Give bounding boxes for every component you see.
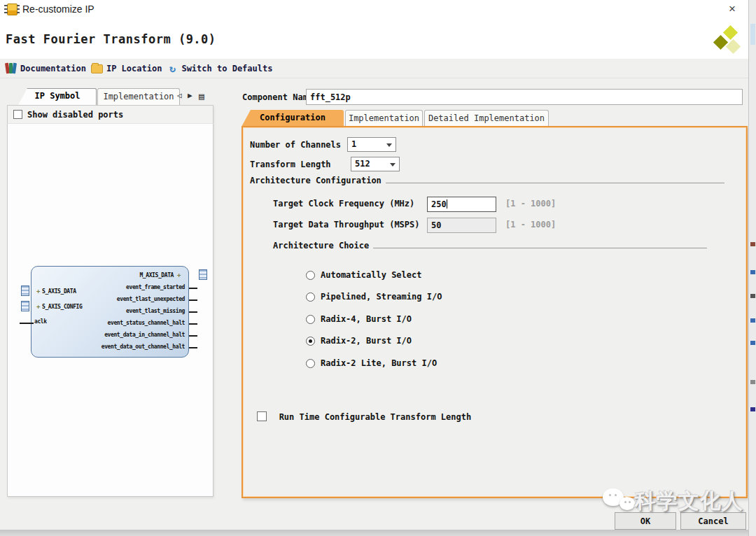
axis-pin-icon [199, 269, 207, 280]
target-data-throughput-input[interactable]: 50 [427, 218, 496, 233]
next-tab-icon[interactable]: ▶ [188, 91, 192, 100]
axis-pin-icon [21, 285, 29, 296]
switch-to-defaults-button[interactable]: ↻ Switch to Defaults [167, 63, 272, 74]
port-stub [189, 335, 197, 337]
port-stub [189, 311, 197, 313]
architecture-choice-header: Architecture Choice [273, 241, 369, 251]
port-m-axis-data[interactable]: M_AXIS_DATA+ [139, 271, 181, 278]
documentation-button[interactable]: Documentation [6, 63, 86, 73]
tab-implementation-left[interactable]: Implementation [97, 88, 180, 105]
port-s-axis-config[interactable]: +S_AXIS_CONFIG [36, 303, 82, 310]
port-stub [189, 323, 197, 325]
port-s-axis-data[interactable]: +S_AXIS_DATA [36, 288, 76, 295]
xilinx-logo-icon [710, 25, 743, 59]
port-event-data-in-channel-halt[interactable]: event_data_in_channel_halt [104, 332, 185, 338]
show-disabled-ports-checkbox[interactable] [13, 110, 22, 119]
titlebar: Re-customize IP × [0, 0, 756, 18]
runtime-configurable-checkbox[interactable] [257, 411, 267, 421]
text-caret [447, 199, 447, 209]
port-event-status-channel-halt[interactable]: event_status_channel_halt [108, 320, 185, 326]
architecture-configuration-header: Architecture Configuration [250, 176, 382, 185]
radio-icon[interactable] [306, 315, 315, 324]
transform-length-label: Transform Length [250, 160, 331, 169]
radio-icon[interactable] [306, 359, 315, 368]
chevron-down-icon [386, 143, 392, 147]
section-rule [386, 183, 724, 183]
chevron-down-icon [390, 163, 396, 167]
port-stub [189, 347, 197, 348]
radio-selected-icon[interactable] [306, 337, 315, 346]
left-tab-strip: IP Symbol Implementation [7, 88, 214, 105]
transform-length-select[interactable]: 512 [351, 157, 400, 171]
tab-detailed-implementation[interactable]: Detailed Implementation [424, 110, 549, 127]
port-aclk[interactable]: aclk [34, 318, 47, 325]
folder-icon [91, 64, 103, 73]
port-stub [189, 299, 197, 301]
target-clock-frequency-input[interactable]: 250 [427, 197, 496, 212]
tab-ip-symbol[interactable]: IP Symbol [18, 88, 97, 105]
ip-location-button[interactable]: IP Location [91, 63, 162, 73]
axis-pin-icon [21, 301, 29, 311]
cancel-button[interactable]: Cancel [680, 512, 746, 530]
expand-icon[interactable]: + [36, 288, 42, 295]
close-icon[interactable]: × [724, 1, 741, 17]
expand-icon[interactable]: + [175, 271, 181, 278]
window-bottom-edge [0, 530, 756, 536]
target-clock-frequency-label: Target Clock Frequency (MHz) [273, 199, 414, 209]
tab-implementation[interactable]: Implementation [345, 110, 423, 127]
port-event-data-out-channel-halt[interactable]: event_data_out_channel_halt [102, 344, 185, 350]
port-event-frame-started[interactable]: event_frame_started [126, 284, 185, 290]
number-of-channels-select[interactable]: 1 [347, 137, 396, 152]
target-data-throughput-label: Target Data Throughput (MSPS) [273, 220, 420, 230]
runtime-configurable-row[interactable]: Run Time Configurable Transform Length [257, 409, 471, 423]
radio-icon[interactable] [306, 271, 315, 280]
refresh-icon: ↻ [167, 63, 178, 74]
ip-chip-icon [7, 3, 18, 15]
port-stub [189, 288, 197, 289]
prev-tab-icon[interactable]: ◁ [177, 91, 182, 100]
number-of-channels-label: Number of Channels [250, 140, 341, 150]
toolbar: Documentation IP Location ↻ Switch to De… [0, 59, 748, 78]
component-name-label: Component Name [242, 92, 313, 102]
section-rule [373, 248, 707, 248]
expand-icon[interactable]: + [36, 303, 42, 310]
target-data-throughput-range: [1 - 1000] [505, 220, 556, 230]
ok-button[interactable]: OK [615, 512, 676, 530]
port-stub [20, 323, 34, 324]
background-window-sliver [748, 0, 756, 536]
header: Fast Fourier Transform (9.0) [0, 18, 756, 59]
radio-icon[interactable] [306, 292, 315, 302]
tab-list-icon[interactable]: ▤ [199, 91, 204, 101]
tab-configuration[interactable]: Configuration [241, 110, 344, 127]
port-event-tlast-missing[interactable]: event_tlast_missing [126, 308, 185, 314]
component-name-input[interactable] [306, 89, 743, 105]
show-disabled-ports-row[interactable]: Show disabled ports [7, 105, 214, 124]
port-event-tlast-unexpected[interactable]: event_tlast_unexpected [117, 296, 185, 302]
books-icon [6, 63, 17, 73]
recustomize-ip-dialog: Re-customize IP × Fast Fourier Transform… [0, 0, 756, 536]
window-title: Re-customize IP [22, 3, 94, 15]
page-title: Fast Fourier Transform (9.0) [6, 32, 216, 46]
target-clock-frequency-range: [1 - 1000] [505, 199, 556, 209]
